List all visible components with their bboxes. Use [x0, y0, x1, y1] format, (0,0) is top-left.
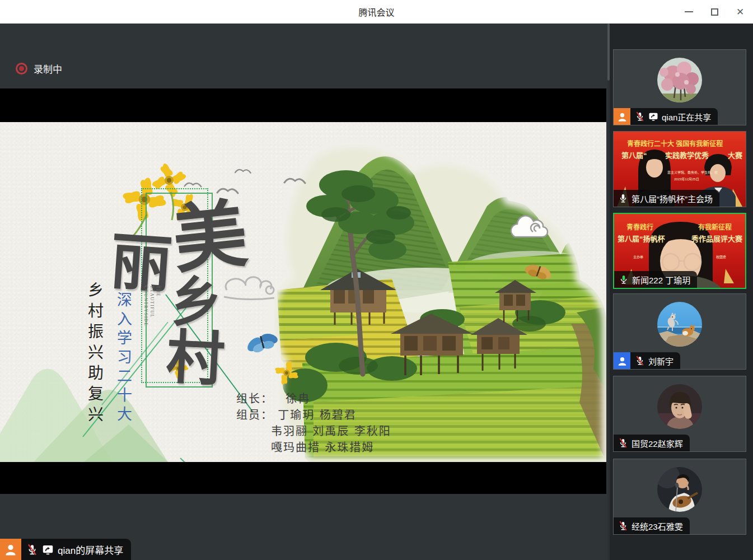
participant-label: 第八届“扬帆杯”主会场 — [614, 190, 719, 207]
participant-name: 国贸22赵家辉 — [632, 437, 683, 449]
person-icon — [617, 356, 628, 366]
host-badge — [0, 539, 21, 560]
participant-tile-active-speaker[interactable]: 青春践行 有我新征程 第八届“扬帆杯 秀作品展评大赛 主办单 校团委 新闻222… — [613, 213, 746, 289]
maximize-button[interactable] — [701, 0, 727, 24]
participants-sidebar: qian正在共享 — [607, 24, 753, 560]
participant-tile-zhaojiahui[interactable]: 国贸22赵家辉 — [613, 376, 746, 452]
participant-tile-main-venue[interactable]: 青春践行二十大 强国有我新征程 第八届“ 实践教学优秀 大赛 思主义学院、教务处… — [613, 131, 746, 207]
participant-tile-shiyawen[interactable]: 经统23石雅雯 — [613, 459, 746, 535]
banner-small1: 主办单 — [633, 254, 643, 259]
record-icon — [16, 63, 27, 74]
letterbox-bottom — [0, 462, 606, 494]
roster-members-line3: 嘎玛曲措 永珠措姆 — [271, 440, 391, 456]
banner-line2b: 秀作品展评大赛 — [691, 233, 742, 244]
participant-label: qian正在共享 — [614, 108, 718, 125]
person-icon — [4, 543, 17, 556]
recording-label: 录制中 — [34, 62, 62, 76]
recording-indicator: 录制中 — [16, 62, 62, 76]
roster-members-line1: 组员： 丁瑜玥 杨碧君 — [236, 407, 391, 423]
roster-leader-line: 组长： 徐冉 — [236, 391, 391, 407]
avatar-guitar-singer — [657, 467, 702, 512]
letterbox-top — [0, 88, 606, 122]
mic-muted-icon — [618, 438, 628, 448]
close-icon: ✕ — [736, 7, 744, 17]
banner-small2: 校团委 — [716, 254, 726, 259]
tencent-meeting-window: 腾讯会议 ✕ 录制中 — [0, 0, 753, 560]
participant-label: 刘新宇 — [614, 352, 680, 369]
presenter-share-label: qian的屏幕共享 — [0, 539, 131, 560]
banner-line2b: 实践教学优秀 — [665, 150, 709, 160]
minimize-icon — [685, 11, 693, 12]
avatar-cats-seaside — [657, 302, 702, 347]
roster-leader-name: 徐冉 — [286, 392, 310, 405]
participant-label: 国贸22赵家辉 — [614, 435, 690, 451]
banner-line1: 青春践行二十大 强国有我新征程 — [627, 138, 723, 148]
slide-title-char-cun: 村 — [165, 328, 226, 389]
participant-name: 经统23石雅雯 — [632, 520, 683, 532]
slide-title-char-xiang: 乡 — [168, 273, 224, 329]
banner-line2a: 第八届“扬帆杯 — [618, 233, 665, 244]
slide-slogan-study: 深入学习二十大 — [113, 292, 134, 425]
scrollbar-thumb[interactable] — [607, 24, 610, 81]
host-badge — [614, 108, 630, 125]
slide-slogan-revitalize: 乡村振兴助复兴 — [83, 282, 105, 427]
slide-title-char-mei: 美 — [169, 196, 250, 277]
mic-on-icon — [618, 193, 628, 203]
screen-share-icon — [42, 544, 54, 556]
minimize-button[interactable] — [676, 0, 701, 24]
shared-screen-stage[interactable]: 录制中 — [0, 24, 607, 560]
slide-subtitle-en: THE BEAUTIFUL COUNTRYSIDE — [147, 286, 161, 347]
roster-members-1: 丁瑜玥 杨碧君 — [278, 408, 356, 422]
slide-title-char-li: 丽 — [108, 230, 174, 296]
banner-line2c: 大赛 — [728, 150, 742, 160]
close-button[interactable]: ✕ — [727, 0, 753, 24]
cloud-swirl-icon — [224, 277, 274, 300]
roster-leader-label: 组长： — [236, 392, 273, 405]
shared-slide: 美 丽 乡 村 THE BEAUTIFUL COUNTRYSIDE 乡村振兴助复… — [0, 122, 606, 462]
person-icon — [617, 111, 628, 122]
roster-members-line2: 韦羽翮 刘禹辰 李秋阳 — [271, 423, 391, 440]
share-label-text: qian的屏幕共享 — [58, 543, 123, 557]
participant-name: 刘新宇 — [648, 355, 674, 367]
participant-name: 第八届“扬帆杯”主会场 — [632, 193, 713, 204]
window-controls: ✕ — [676, 0, 753, 24]
mic-muted-icon — [26, 544, 38, 556]
avatar-cherry-blossom — [657, 58, 702, 102]
mic-muted-icon — [635, 111, 645, 122]
screen-share-icon — [648, 111, 658, 122]
participant-tile-liuxinyu[interactable]: 刘新宇 — [613, 293, 746, 370]
banner-line1b: 有我新征程 — [698, 222, 732, 231]
cohost-badge — [614, 352, 630, 369]
participant-name: 新闻222 丁瑜玥 — [632, 274, 690, 286]
mic-speaking-icon — [619, 274, 629, 284]
banner-line2a: 第八届“ — [621, 150, 647, 160]
titlebar: 腾讯会议 ✕ — [0, 0, 753, 24]
roster-member-label: 组员： — [236, 408, 273, 422]
banner-line1a: 青春践行 — [626, 222, 653, 231]
mic-muted-icon — [635, 356, 645, 366]
participant-label: 经统23石雅雯 — [614, 517, 690, 534]
mic-muted-icon — [618, 521, 628, 531]
window-title: 腾讯会议 — [358, 5, 394, 18]
participant-label: 新闻222 丁瑜玥 — [614, 271, 697, 288]
banner-small2: 2023年12月25日 — [674, 176, 699, 181]
slide-roster: 组长： 徐冉 组员： 丁瑜玥 杨碧君 韦羽翮 刘禹辰 李秋阳 嘎玛曲措 永珠措姆 — [236, 391, 391, 456]
maximize-icon — [711, 8, 718, 16]
avatar-portrait-man — [657, 384, 702, 429]
participant-tile-qian[interactable]: qian正在共享 — [613, 49, 746, 125]
banner-small1: 思主义学院、教务处、学生处、校 — [667, 170, 718, 175]
sidebar-scrollbar[interactable] — [607, 24, 610, 560]
participant-name: qian正在共享 — [662, 111, 711, 123]
